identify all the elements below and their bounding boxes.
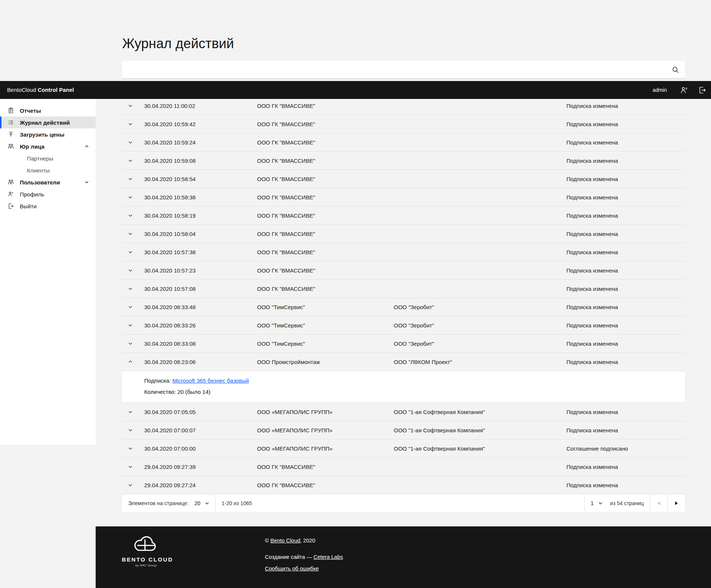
sidebar-item-partners[interactable]: Партнеры (0, 152, 96, 164)
search-icon[interactable] (672, 66, 679, 74)
caret-right-icon (675, 501, 678, 505)
brand-bold: Control Panel (38, 87, 74, 93)
table-row[interactable]: 30.04.2020 07:05:05 ООО «МЕГАПОЛИС ГРУПП… (122, 403, 685, 421)
detail-subscription-link[interactable]: Microsoft 365 бизнес базовый (172, 377, 249, 384)
table-row[interactable]: 30.04.2020 08:33:08 ООО "ТимСервис" ООО … (122, 335, 685, 353)
row-expand-toggle[interactable] (127, 427, 133, 433)
sidebar-item-users[interactable]: Пользователи (0, 176, 96, 188)
chevron-up-icon[interactable] (84, 144, 89, 149)
table-row[interactable]: 30.04.2020 08:33:48 ООО "ТимСервис" ООО … (122, 298, 685, 316)
row-expand-toggle[interactable] (127, 176, 133, 182)
prev-page-button[interactable] (650, 494, 667, 512)
chevron-down-icon (127, 359, 133, 365)
table-row[interactable]: 29.04.2020 09:27:39 ООО ГК "ВМАССИВЕ" По… (122, 458, 685, 476)
row-action: Подписка изменена (566, 176, 685, 182)
action-log-page: Журнал действий BentoCloud Control Panel… (0, 0, 711, 588)
row-action: Подписка изменена (566, 194, 685, 200)
row-detail-panel: Подписка: Microsoft 365 бизнес базовый К… (122, 371, 685, 403)
chevron-down-icon (127, 176, 133, 182)
table-row[interactable]: 29.04.2020 09:27:24 ООО ГК "ВМАССИВЕ" По… (122, 476, 685, 494)
cetera-labs-link[interactable]: Cetera Labs (313, 554, 343, 560)
table-row[interactable]: 30.04.2020 10:57:08 ООО ГК "ВМАССИВЕ" По… (122, 280, 685, 298)
row-expand-toggle[interactable] (127, 445, 133, 451)
user-profile-button[interactable] (675, 81, 693, 99)
table-row[interactable]: 30.04.2020 10:57:23 ООО ГК "ВМАССИВЕ" По… (122, 261, 685, 280)
row-expand-toggle[interactable] (127, 359, 133, 365)
chevron-down-icon (127, 482, 133, 488)
row-expand-toggle[interactable] (127, 194, 133, 200)
table-row[interactable]: 30.04.2020 10:57:38 ООО ГК "ВМАССИВЕ" По… (122, 243, 685, 261)
report-error-link[interactable]: Сообщить об ошибке (265, 566, 319, 572)
row-party1: ООО ГК "ВМАССИВЕ" (257, 194, 394, 200)
row-party2: ООО "Зеробит" (394, 322, 566, 329)
row-expand-toggle[interactable] (127, 121, 133, 127)
per-page-value: 20 (195, 500, 201, 506)
sidebar: Отчеты Журнал действий Загрузить цены (0, 99, 96, 445)
logout-button[interactable] (693, 81, 711, 99)
row-party1: ООО «МЕГАПОЛИС ГРУПП» (257, 445, 394, 452)
row-party1: ООО Промстроймонтаж (257, 359, 394, 365)
row-expand-toggle[interactable] (127, 267, 133, 273)
row-expand-toggle[interactable] (127, 340, 133, 346)
next-page-button[interactable] (667, 494, 685, 512)
sidebar-item-clients[interactable]: Клиенты (0, 164, 96, 176)
table-row[interactable]: 30.04.2020 10:59:24 ООО ГК "ВМАССИВЕ" По… (122, 133, 685, 152)
table-row[interactable]: 30.04.2020 10:58:04 ООО ГК "ВМАССИВЕ" По… (122, 225, 685, 243)
brand[interactable]: BentoCloud Control Panel (7, 87, 74, 93)
sidebar-item-action-log[interactable]: Журнал действий (0, 116, 96, 128)
sidebar-item-upload-prices[interactable]: Загрузить цены (0, 128, 96, 140)
row-party1: ООО ГК "ВМАССИВЕ" (257, 121, 394, 127)
row-expand-toggle[interactable] (127, 249, 133, 255)
table-row[interactable]: 30.04.2020 10:58:54 ООО ГК "ВМАССИВЕ" По… (122, 170, 685, 188)
row-date: 30.04.2020 08:23:06 (144, 359, 257, 365)
row-party1: ООО ГК "ВМАССИВЕ" (257, 139, 394, 146)
chevron-down-icon[interactable] (84, 180, 89, 184)
table-row[interactable]: 30.04.2020 07:00:00 ООО «МЕГАПОЛИС ГРУПП… (122, 439, 685, 458)
chevron-down-icon (205, 501, 209, 505)
row-expand-toggle[interactable] (127, 304, 133, 310)
row-expand-toggle[interactable] (127, 231, 133, 237)
sidebar-item-profile[interactable]: Профиль (0, 188, 96, 200)
row-expand-toggle[interactable] (127, 482, 133, 488)
chevron-down-icon (127, 427, 133, 433)
row-action: Подписка изменена (566, 286, 685, 292)
chevron-down-icon (127, 103, 133, 109)
row-party2: ООО "Зеробит" (394, 304, 566, 310)
pages-total-label: из 54 страниц (609, 500, 650, 506)
sidebar-item-logout[interactable]: Выйти (0, 200, 96, 212)
per-page-select[interactable]: 20 (189, 494, 216, 512)
row-party2: ООО "ЛВКОМ Проект" (394, 359, 566, 365)
row-date: 30.04.2020 07:00:07 (144, 427, 257, 433)
user-profile-icon (680, 86, 688, 94)
table-row[interactable]: 30.04.2020 10:58:19 ООО ГК "ВМАССИВЕ" По… (122, 206, 685, 225)
page-title: Журнал действий (122, 36, 234, 52)
table-row[interactable]: 30.04.2020 08:23:06 ООО Промстроймонтаж … (122, 353, 685, 371)
detail-quantity: Количество: 20 (было 14) (144, 389, 685, 395)
row-expand-toggle[interactable] (127, 464, 133, 470)
search-input[interactable] (122, 61, 672, 78)
per-page-label: Элементов на странице: (122, 500, 189, 506)
partnership-icon (8, 143, 14, 149)
table-row[interactable]: 30.04.2020 07:00:07 ООО «МЕГАПОЛИС ГРУПП… (122, 421, 685, 439)
table-row[interactable]: 30.04.2020 10:58:38 ООО ГК "ВМАССИВЕ" По… (122, 188, 685, 206)
table-row[interactable]: 30.04.2020 08:33:26 ООО "ТимСервис" ООО … (122, 316, 685, 335)
bento-cloud-link[interactable]: Bento Cloud (271, 538, 300, 544)
row-expand-toggle[interactable] (127, 158, 133, 164)
row-date: 30.04.2020 10:58:54 (144, 176, 257, 182)
navbar-right: admin (653, 81, 711, 99)
sidebar-item-reports[interactable]: Отчеты (0, 105, 96, 116)
sidebar-item-legal-entities[interactable]: Юр лица (0, 140, 96, 152)
row-date: 30.04.2020 10:57:23 (144, 267, 257, 274)
row-expand-toggle[interactable] (127, 103, 133, 109)
row-expand-toggle[interactable] (127, 409, 133, 415)
footer-links: © Bento Cloud, 2020 Создание сайта — Cet… (265, 537, 343, 572)
row-expand-toggle[interactable] (127, 286, 133, 292)
footer: BENTO CLOUD by RRC Group © Bento Cloud, … (96, 526, 711, 588)
row-expand-toggle[interactable] (127, 212, 133, 218)
table-row[interactable]: 30.04.2020 11:00:02 ООО ГК "ВМАССИВЕ" По… (122, 97, 685, 115)
table-row[interactable]: 30.04.2020 10:59:42 ООО ГК "ВМАССИВЕ" По… (122, 115, 685, 133)
row-expand-toggle[interactable] (127, 322, 133, 328)
page-select[interactable]: 1 (585, 494, 609, 512)
table-row[interactable]: 30.04.2020 10:59:08 ООО ГК "ВМАССИВЕ" По… (122, 152, 685, 170)
row-expand-toggle[interactable] (127, 139, 133, 145)
